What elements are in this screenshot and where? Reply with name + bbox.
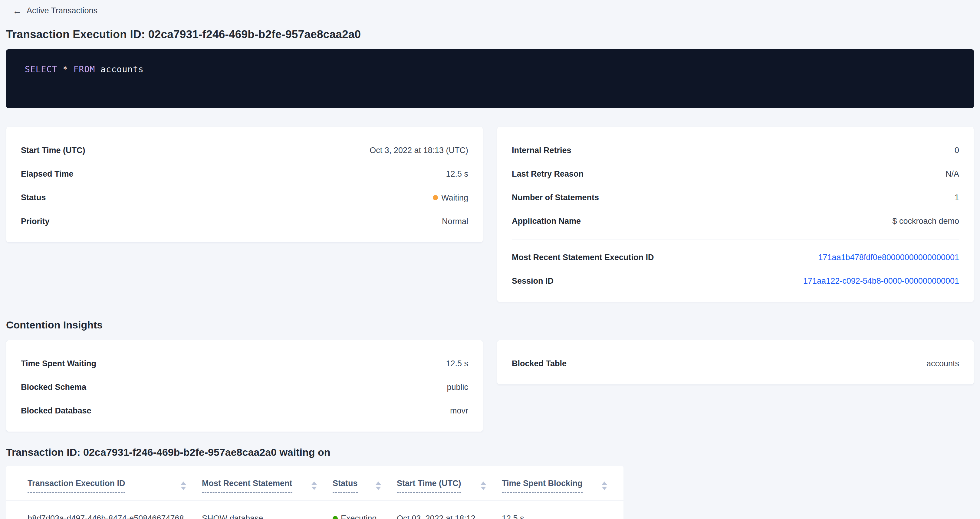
priority-value: Normal: [442, 216, 468, 227]
status-row: Status Waiting: [21, 192, 468, 203]
cell-most-recent-statement: SHOW database: [202, 501, 332, 519]
last-retry-reason-row: Last Retry Reason N/A: [512, 169, 959, 179]
application-name-value: $ cockroach demo: [892, 216, 959, 226]
waiting-status-dot-icon: [433, 195, 438, 200]
active-transaction-details-page: ← Active Transactions Transaction Execut…: [0, 0, 980, 519]
elapsed-time-value: 12.5 s: [446, 169, 468, 179]
blocked-schema-label: Blocked Schema: [21, 382, 86, 392]
sql-keyword-from: FROM: [73, 64, 95, 75]
blocked-table-value: accounts: [926, 359, 959, 369]
application-name-row: Application Name $ cockroach demo: [512, 216, 959, 226]
back-arrow-icon: ←: [13, 6, 22, 16]
sql-keyword-select: SELECT: [25, 64, 57, 75]
status-value: Waiting: [433, 193, 468, 203]
priority-row: Priority Normal: [21, 216, 468, 227]
column-label: Transaction Execution ID: [27, 479, 125, 493]
cell-time-spent-blocking: 12.5 s: [502, 501, 623, 519]
number-of-statements-row: Number of Statements 1: [512, 192, 959, 203]
internal-retries-label: Internal Retries: [512, 145, 571, 156]
sort-icon: [480, 481, 486, 490]
sql-statement-box: SELECT * FROM accounts: [6, 49, 974, 108]
elapsed-time-label: Elapsed Time: [21, 169, 73, 179]
number-of-statements-value: 1: [955, 192, 959, 203]
statement-execution-id-label: Most Recent Statement Execution ID: [512, 252, 654, 262]
contention-cards-row: Time Spent Waiting 12.5 s Blocked Schema…: [6, 340, 974, 432]
priority-label: Priority: [21, 216, 49, 227]
cell-status: Executing: [332, 501, 397, 519]
statement-execution-id-link[interactable]: 171aa1b478fdf0e80000000000000001: [818, 252, 959, 262]
back-link-label: Active Transactions: [27, 6, 97, 16]
sort-icon: [312, 481, 317, 490]
column-header-most-recent-statement[interactable]: Most Recent Statement: [202, 479, 332, 493]
column-header-start-time[interactable]: Start Time (UTC): [397, 479, 502, 493]
session-id-label: Session ID: [512, 276, 554, 286]
column-header-time-spent-blocking[interactable]: Time Spent Blocking: [502, 479, 623, 493]
time-spent-waiting-value: 12.5 s: [446, 359, 468, 369]
status-label: Status: [21, 192, 46, 203]
last-retry-reason-label: Last Retry Reason: [512, 169, 584, 179]
column-header-status[interactable]: Status: [332, 479, 397, 493]
start-time-row: Start Time (UTC) Oct 3, 2022 at 18:13 (U…: [21, 145, 468, 156]
time-spent-waiting-row: Time Spent Waiting 12.5 s: [21, 359, 468, 369]
blocked-database-row: Blocked Database movr: [21, 406, 468, 416]
elapsed-time-row: Elapsed Time 12.5 s: [21, 169, 468, 179]
column-label: Status: [332, 479, 358, 493]
sort-icon: [375, 481, 381, 490]
card-divider: [512, 240, 959, 240]
contention-insights-heading: Contention Insights: [6, 319, 974, 331]
column-label: Most Recent Statement: [202, 479, 293, 493]
cell-start-time: Oct 03, 2022 at 18:12: [397, 501, 502, 519]
blocked-table-row: Blocked Table accounts: [512, 359, 959, 369]
column-label: Time Spent Blocking: [502, 479, 582, 493]
blocked-schema-row: Blocked Schema public: [21, 382, 468, 392]
application-name-label: Application Name: [512, 216, 581, 226]
status-text: Executing: [341, 514, 377, 519]
status-text: Waiting: [441, 193, 468, 203]
number-of-statements-label: Number of Statements: [512, 192, 599, 203]
cell-transaction-execution-id: b8d7d03a-d497-446b-8474-e50846674768: [6, 501, 202, 519]
last-retry-reason-value: N/A: [945, 169, 959, 179]
executing-status-dot-icon: [332, 516, 338, 519]
blocked-database-value: movr: [450, 406, 468, 416]
blocked-schema-value: public: [447, 382, 468, 392]
session-id-link[interactable]: 171aa122-c092-54b8-0000-000000000001: [803, 276, 959, 286]
sort-icon: [181, 481, 186, 490]
waiting-on-heading: Transaction ID: 02ca7931-f246-469b-b2fe-…: [6, 446, 974, 458]
start-time-value: Oct 3, 2022 at 18:13 (UTC): [369, 145, 468, 156]
column-label: Start Time (UTC): [397, 479, 461, 493]
sql-operator-star: *: [57, 64, 73, 75]
statement-execution-id-row: Most Recent Statement Execution ID 171aa…: [512, 252, 959, 262]
waiting-on-table: Transaction Execution ID Most Recent Sta…: [6, 466, 624, 519]
summary-cards-row: Start Time (UTC) Oct 3, 2022 at 18:13 (U…: [6, 127, 974, 302]
blocked-table-label: Blocked Table: [512, 359, 566, 369]
sort-icon: [602, 481, 607, 490]
contention-waiting-card: Time Spent Waiting 12.5 s Blocked Schema…: [6, 340, 483, 432]
time-spent-waiting-label: Time Spent Waiting: [21, 359, 96, 369]
transaction-summary-card: Start Time (UTC) Oct 3, 2022 at 18:13 (U…: [6, 127, 483, 243]
column-header-transaction-execution-id[interactable]: Transaction Execution ID: [6, 479, 202, 493]
internal-retries-row: Internal Retries 0: [512, 145, 959, 156]
sql-table-identifier: accounts: [95, 64, 144, 75]
blocked-database-label: Blocked Database: [21, 406, 91, 416]
page-title: Transaction Execution ID: 02ca7931-f246-…: [6, 28, 974, 41]
start-time-label: Start Time (UTC): [21, 145, 85, 156]
transaction-details-card: Internal Retries 0 Last Retry Reason N/A…: [497, 127, 974, 302]
contention-blocked-table-card: Blocked Table accounts: [497, 340, 974, 385]
back-to-active-transactions-link[interactable]: ← Active Transactions: [13, 6, 97, 16]
waiting-on-table-header: Transaction Execution ID Most Recent Sta…: [6, 479, 624, 501]
table-row: b8d7d03a-d497-446b-8474-e50846674768 SHO…: [6, 501, 624, 519]
session-id-row: Session ID 171aa122-c092-54b8-0000-00000…: [512, 276, 959, 286]
internal-retries-value: 0: [955, 145, 959, 156]
